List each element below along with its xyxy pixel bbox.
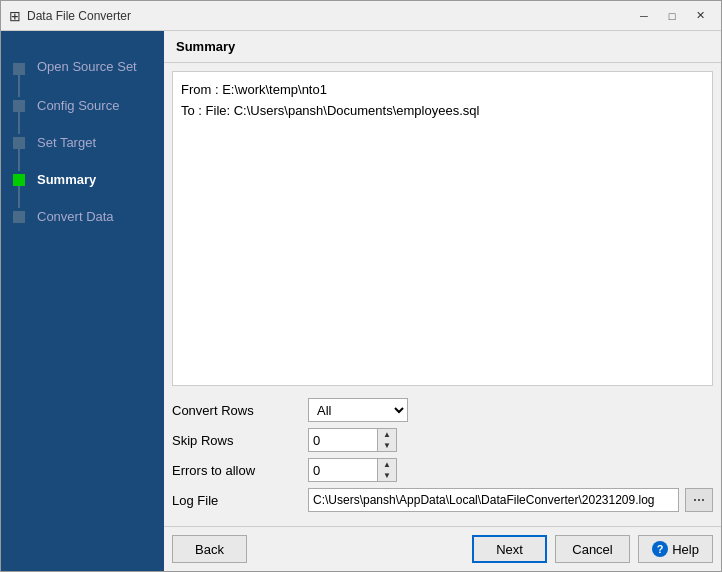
log-file-input[interactable] <box>308 488 679 512</box>
help-button[interactable]: ? Help <box>638 535 713 563</box>
minimize-button[interactable]: ─ <box>631 6 657 26</box>
skip-rows-spinner: ▲ ▼ <box>308 428 397 452</box>
help-icon: ? <box>652 541 668 557</box>
log-browse-button[interactable]: ⋯ <box>685 488 713 512</box>
main-panel: Summary From : E:\work\temp\nto1 To : Fi… <box>164 31 721 571</box>
back-button[interactable]: Back <box>172 535 247 563</box>
convert-rows-select[interactable]: All First N Skip First N <box>308 398 408 422</box>
log-browse-icon: ⋯ <box>693 493 705 507</box>
content-area: Open Source Set Config Source <box>1 31 721 571</box>
skip-rows-up-button[interactable]: ▲ <box>378 429 396 440</box>
cancel-button[interactable]: Cancel <box>555 535 630 563</box>
errors-spinner-btns: ▲ ▼ <box>378 458 397 482</box>
options-area: Convert Rows All First N Skip First N Sk… <box>164 394 721 526</box>
log-file-label: Log File <box>172 493 302 508</box>
step-dot-summary <box>13 174 25 186</box>
errors-spinner: ▲ ▼ <box>308 458 397 482</box>
summary-line-1: From : E:\work\temp\nto1 <box>181 80 704 101</box>
convert-rows-label: Convert Rows <box>172 403 302 418</box>
log-file-row: Log File ⋯ <box>172 488 713 512</box>
title-bar: ⊞ Data File Converter ─ □ ✕ <box>1 1 721 31</box>
sidebar: Open Source Set Config Source <box>1 31 164 571</box>
title-bar-controls: ─ □ ✕ <box>631 6 713 26</box>
summary-box[interactable]: From : E:\work\temp\nto1 To : File: C:\U… <box>172 71 713 386</box>
skip-rows-label: Skip Rows <box>172 433 302 448</box>
sidebar-item-config-source[interactable]: Config Source <box>37 97 119 114</box>
maximize-button[interactable]: □ <box>659 6 685 26</box>
skip-rows-spinner-btns: ▲ ▼ <box>378 428 397 452</box>
skip-rows-row: Skip Rows ▲ ▼ <box>172 428 713 452</box>
convert-rows-row: Convert Rows All First N Skip First N <box>172 398 713 422</box>
app-icon: ⊞ <box>9 8 21 24</box>
sidebar-item-summary[interactable]: Summary <box>37 171 96 188</box>
errors-down-button[interactable]: ▼ <box>378 470 396 481</box>
panel-header: Summary <box>164 31 721 63</box>
main-window: ⊞ Data File Converter ─ □ ✕ Open Source … <box>0 0 722 572</box>
window-title: Data File Converter <box>27 9 131 23</box>
sidebar-item-set-target[interactable]: Set Target <box>37 134 96 151</box>
summary-line-2: To : File: C:\Users\pansh\Documents\empl… <box>181 101 704 122</box>
errors-row: Errors to allow ▲ ▼ <box>172 458 713 482</box>
sidebar-item-convert-data[interactable]: Convert Data <box>37 208 114 225</box>
errors-input[interactable] <box>308 458 378 482</box>
step-dot-convert-data <box>13 211 25 223</box>
errors-label: Errors to allow <box>172 463 302 478</box>
next-button[interactable]: Next <box>472 535 547 563</box>
title-bar-left: ⊞ Data File Converter <box>9 8 131 24</box>
step-dot-config-source <box>13 100 25 112</box>
btn-group-right: Next Cancel ? Help <box>472 535 713 563</box>
button-row: Back Next Cancel ? Help <box>164 526 721 571</box>
step-dot-set-target <box>13 137 25 149</box>
sidebar-item-open-source-set[interactable]: Open Source Set <box>37 58 137 75</box>
skip-rows-down-button[interactable]: ▼ <box>378 440 396 451</box>
step-dot-open-source-set <box>13 63 25 75</box>
close-button[interactable]: ✕ <box>687 6 713 26</box>
errors-up-button[interactable]: ▲ <box>378 459 396 470</box>
skip-rows-input[interactable] <box>308 428 378 452</box>
